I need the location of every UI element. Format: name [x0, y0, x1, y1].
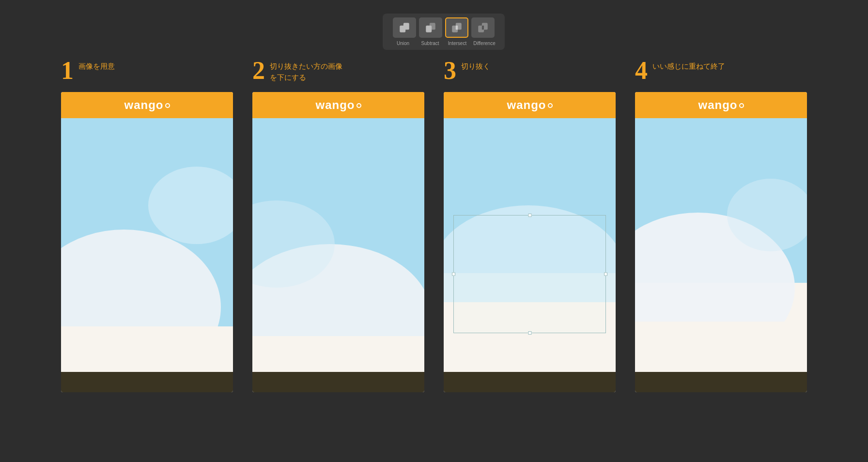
step-4-number: 4	[635, 58, 648, 83]
step-3-phone-body	[444, 118, 616, 372]
brand-dot-3	[548, 103, 553, 108]
step-2-number: 2	[252, 58, 265, 83]
toolbar-buttons	[393, 17, 495, 38]
brand-dot-1	[165, 103, 170, 108]
step-4-phone-body	[635, 118, 807, 372]
toolbar-labels: Union Subtract Intersect Difference	[389, 41, 498, 46]
step-2-phone: wango	[252, 92, 424, 392]
svg-rect-3	[430, 23, 435, 30]
intersect-label: Intersect	[444, 41, 471, 46]
step-1-phone-body	[61, 118, 233, 372]
step-2-brand: wango	[316, 98, 361, 112]
step-3-phone-header: wango	[444, 92, 616, 118]
step-2-phone-body	[252, 118, 424, 372]
intersect-button[interactable]	[445, 17, 468, 38]
subtract-icon	[424, 21, 437, 34]
step-2-phone-header: wango	[252, 92, 424, 118]
step-1-header: 1 画像を用意	[61, 58, 115, 83]
handle-bottom-center[interactable]	[528, 331, 531, 335]
subtract-label: Subtract	[417, 41, 444, 46]
step-3-phone-footer	[444, 372, 616, 392]
step-1-phone-header: wango	[61, 92, 233, 118]
step-4-phone: wango	[635, 92, 807, 392]
svg-rect-17	[252, 336, 424, 372]
svg-rect-13	[61, 326, 233, 372]
svg-rect-6	[456, 26, 458, 30]
step-3-title: 切り抜く	[461, 58, 490, 72]
step-4-header: 4 いい感じに重ねて終了	[635, 58, 725, 83]
step-3-number: 3	[444, 58, 456, 83]
step-1-graphic	[61, 118, 233, 372]
step-1-phone: wango	[61, 92, 233, 392]
step-2-graphic	[252, 118, 424, 372]
step-4-column: 4 いい感じに重ねて終了 wango	[635, 58, 807, 392]
main-content: 1 画像を用意 wango	[0, 58, 868, 462]
step-1-column: 1 画像を用意 wango	[61, 58, 233, 392]
step-1-phone-footer	[61, 372, 233, 392]
step-2-header: 2 切り抜きたい方の画像を下にする	[252, 58, 342, 83]
step-3-phone: wango	[444, 92, 616, 392]
brand-dot-4	[739, 103, 744, 108]
handle-left-center[interactable]	[452, 273, 455, 276]
step-4-brand: wango	[698, 98, 744, 112]
step-1-number: 1	[61, 58, 74, 83]
toolbar: Union Subtract Intersect Difference	[383, 14, 505, 50]
step-4-phone-header: wango	[635, 92, 807, 118]
brand-dot-2	[356, 103, 361, 108]
step-4-graphic	[635, 118, 807, 372]
union-icon	[398, 21, 411, 34]
union-button[interactable]	[393, 17, 416, 38]
intersect-icon	[450, 21, 463, 34]
step-1-title: 画像を用意	[78, 58, 115, 72]
subtract-button[interactable]	[419, 17, 442, 38]
difference-icon	[477, 21, 489, 34]
difference-label: Difference	[471, 41, 498, 46]
step-2-phone-footer	[252, 372, 424, 392]
step-1-brand: wango	[124, 98, 170, 112]
handle-right-center[interactable]	[604, 273, 607, 276]
union-label: Union	[389, 41, 417, 46]
handle-top-center[interactable]	[528, 214, 531, 217]
difference-button[interactable]	[471, 17, 495, 38]
step-4-title: いい感じに重ねて終了	[652, 58, 725, 72]
selection-rectangle[interactable]	[453, 215, 606, 333]
step-3-header: 3 切り抜く	[444, 58, 490, 83]
step-3-brand: wango	[507, 98, 553, 112]
svg-rect-1	[403, 23, 409, 30]
svg-rect-26	[635, 322, 807, 372]
step-4-phone-footer	[635, 372, 807, 392]
step-2-title: 切り抜きたい方の画像を下にする	[270, 58, 342, 83]
svg-rect-9	[482, 26, 484, 30]
step-2-column: 2 切り抜きたい方の画像を下にする wango	[252, 58, 424, 392]
step-3-column: 3 切り抜く wango	[444, 58, 616, 392]
